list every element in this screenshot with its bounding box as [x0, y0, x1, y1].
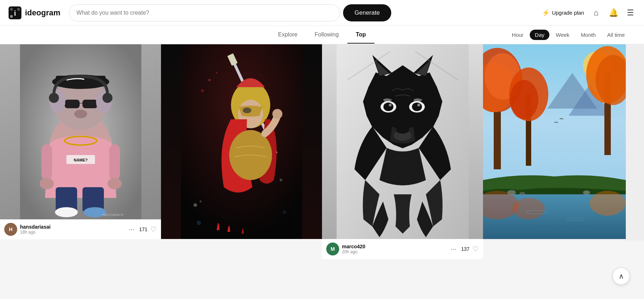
more-button-3[interactable]: ···: [449, 245, 458, 254]
like-count-3: 137: [461, 246, 469, 252]
image-card-3[interactable]: M marco420 20h ago ··· 137 ♡: [322, 44, 483, 259]
nav-tabs: Explore Following Top Hour Day Week Mont…: [0, 26, 644, 44]
scroll-top-button[interactable]: ∧: [613, 268, 630, 285]
svg-point-3: [17, 8, 20, 11]
bell-icon[interactable]: 🔔: [608, 8, 618, 18]
svg-point-56: [389, 104, 392, 106]
svg-point-27: [55, 207, 78, 217]
image-dog: NAME? Hans Darias AI: [0, 44, 161, 219]
time-all-time[interactable]: All time: [602, 30, 630, 40]
generate-button[interactable]: Generate: [343, 4, 391, 21]
image-col-4: [483, 44, 644, 259]
time-week[interactable]: Week: [551, 30, 574, 40]
image-autumn: [483, 44, 644, 240]
image-card-2[interactable]: [161, 44, 322, 239]
svg-text:i: i: [14, 9, 16, 17]
lightning-icon: ⚡: [542, 9, 550, 17]
time-hour[interactable]: Hour: [507, 30, 529, 40]
time-filters: Hour Day Week Month All time: [507, 30, 630, 40]
svg-point-70: [510, 80, 538, 119]
svg-point-78: [507, 190, 516, 195]
time-ago-3: 20h ago: [342, 249, 446, 254]
search-bar: [69, 4, 340, 21]
upgrade-label: Upgrade plan: [552, 10, 584, 16]
svg-point-47: [197, 221, 201, 225]
heart-button-1[interactable]: ♡: [150, 225, 157, 234]
time-ago-1: 18h ago: [20, 230, 124, 235]
image-spartan: [161, 44, 322, 239]
svg-text:NAME?: NAME?: [74, 158, 87, 162]
svg-point-13: [74, 110, 87, 118]
svg-rect-11: [82, 100, 97, 108]
svg-point-55: [412, 103, 422, 111]
svg-point-57: [417, 104, 420, 106]
home-icon[interactable]: ⌂: [591, 8, 601, 18]
svg-point-51: [396, 126, 409, 134]
nav-center: Explore Following Top: [270, 26, 374, 44]
svg-point-77: [590, 191, 625, 216]
header: i ideogram Generate ⚡ Upgrade plan ⌂ 🔔 ☰: [0, 0, 644, 26]
username-3: marco420: [342, 244, 446, 249]
svg-point-33: [208, 79, 211, 81]
svg-point-34: [216, 72, 217, 74]
chevron-up-icon: ∧: [619, 272, 624, 280]
svg-point-80: [583, 190, 590, 195]
svg-point-16: [49, 93, 59, 103]
dog-svg: NAME? Hans Darias AI: [20, 44, 141, 219]
svg-point-44: [193, 203, 197, 207]
svg-point-76: [513, 198, 545, 219]
wolf-svg: [337, 44, 469, 239]
logo-link[interactable]: i ideogram: [9, 6, 60, 19]
image-col-3: M marco420 20h ago ··· 137 ♡: [322, 44, 483, 259]
svg-point-35: [201, 89, 204, 92]
time-day[interactable]: Day: [530, 30, 549, 40]
svg-point-17: [102, 93, 112, 103]
spartan-svg: [181, 44, 302, 239]
search-input[interactable]: [76, 10, 333, 16]
logo-text: ideogram: [25, 8, 60, 18]
svg-point-46: [280, 179, 282, 181]
header-right: ⚡ Upgrade plan ⌂ 🔔 ☰: [542, 8, 635, 18]
user-info-1: hansdariasai 18h ago: [20, 224, 124, 235]
username-1: hansdariasai: [20, 224, 124, 230]
tab-explore[interactable]: Explore: [270, 26, 306, 44]
logo-icon: i: [9, 6, 21, 19]
svg-point-2: [10, 8, 13, 11]
time-month[interactable]: Month: [576, 30, 601, 40]
svg-rect-22: [109, 144, 120, 180]
heart-button-3[interactable]: ♡: [472, 245, 479, 253]
svg-text:H: H: [9, 226, 12, 232]
svg-point-23: [40, 178, 54, 189]
svg-point-79: [519, 192, 525, 195]
image-col-2: [161, 44, 322, 259]
svg-point-24: [107, 178, 122, 189]
menu-icon[interactable]: ☰: [625, 8, 635, 18]
svg-point-54: [383, 103, 393, 111]
card-actions-1: ··· 171 ♡: [127, 225, 157, 234]
image-col-1: NAME? Hans Darias AI: [0, 44, 161, 259]
image-grid: NAME? Hans Darias AI: [0, 44, 644, 259]
card-actions-3: ··· 137 ♡: [449, 245, 479, 254]
svg-point-4: [10, 15, 13, 18]
card-footer-1: H hansdariasai 18h ago ··· 171 ♡: [0, 219, 161, 239]
svg-point-41: [243, 108, 251, 113]
tab-following[interactable]: Following: [306, 26, 347, 44]
image-wolf: [322, 44, 483, 239]
card-footer-3: M marco420 20h ago ··· 137 ♡: [322, 239, 483, 259]
image-card-4[interactable]: [483, 44, 644, 240]
avatar-1: H: [4, 223, 17, 236]
more-button-1[interactable]: ···: [127, 225, 136, 234]
svg-point-48: [283, 210, 286, 214]
svg-rect-21: [41, 144, 52, 180]
svg-text:Hans Darias AI: Hans Darias AI: [102, 213, 123, 216]
upgrade-button[interactable]: ⚡ Upgrade plan: [542, 9, 584, 17]
svg-rect-10: [65, 100, 80, 108]
like-count-1: 171: [139, 226, 147, 232]
user-info-3: marco420 20h ago: [342, 244, 446, 254]
image-card-1[interactable]: NAME? Hans Darias AI: [0, 44, 161, 239]
autumn-svg: [483, 44, 626, 239]
avatar-3: M: [326, 243, 339, 255]
tab-top[interactable]: Top: [347, 26, 374, 44]
svg-point-45: [200, 200, 202, 203]
svg-text:M: M: [331, 246, 335, 252]
